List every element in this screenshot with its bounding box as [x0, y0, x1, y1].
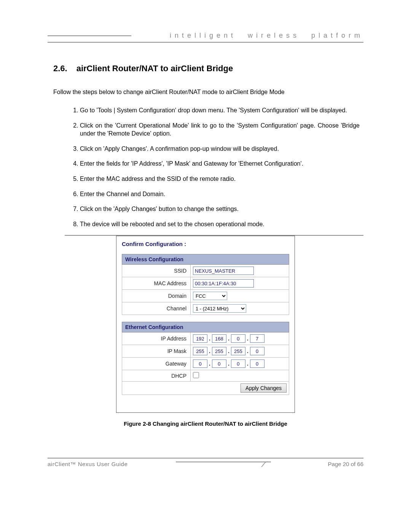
mask-octet-2[interactable] [212, 347, 226, 355]
step-item: Enter the fields for 'IP Address', 'IP M… [80, 160, 360, 168]
mac-label: MAC Address [122, 277, 191, 290]
page-header: intelligent wireless platform [48, 32, 363, 43]
steps-list: Go to 'Tools | System Configuration' dro… [80, 106, 360, 228]
header-rule [48, 35, 131, 36]
gw-octet-2[interactable] [212, 359, 226, 368]
ethernet-config-header: Ethernet Configuration [122, 322, 289, 332]
section-heading: 2.6.airClient Router/NAT to airClient Br… [53, 64, 363, 73]
ip-octet-1[interactable] [193, 334, 207, 343]
dhcp-label: DHCP [122, 370, 191, 382]
step-item: Enter the Channel and Domain. [80, 190, 360, 198]
step-item: The device will be rebooted and set to t… [80, 220, 360, 228]
section-title-text: airClient Router/NAT to airClient Bridge [76, 64, 233, 73]
panel-title: Confirm Configuration : [122, 241, 289, 247]
mask-octet-4[interactable] [250, 347, 264, 355]
header-tagline: intelligent wireless platform [134, 32, 363, 40]
dhcp-checkbox[interactable] [193, 372, 199, 378]
ip-label: IP Address [122, 332, 191, 345]
page-footer: airClient™ Nexus User Guide Page 20 of 6… [48, 458, 363, 467]
mask-octet-3[interactable] [231, 347, 245, 355]
ssid-input[interactable] [193, 267, 254, 275]
step-item: Click on the 'Apply Changes' button to c… [80, 205, 360, 213]
footer-guide-name: airClient™ Nexus User Guide [48, 461, 127, 467]
step-item: Go to 'Tools | System Configuration' dro… [80, 106, 360, 115]
step-item: Click on the 'Current Operational Mode' … [80, 121, 360, 138]
ip-octet-3[interactable] [231, 334, 245, 343]
figure-caption: Figure 2-8 Changing airClient Router/NAT… [48, 420, 363, 427]
mask-value: ... [191, 345, 289, 358]
ip-value: ... [191, 332, 289, 345]
wireless-config-header: Wireless Configuration [122, 254, 289, 265]
channel-select[interactable]: 1 - (2412 MHz) [193, 304, 246, 313]
domain-select[interactable]: FCC [193, 292, 227, 300]
step-item: Enter the MAC address and the SSID of th… [80, 175, 360, 183]
ip-octet-4[interactable] [250, 334, 264, 343]
domain-label: Domain [122, 290, 191, 302]
section-intro: Follow the steps below to change airClie… [53, 89, 363, 96]
mac-input[interactable] [193, 279, 254, 288]
footer-page-number: Page 20 of 66 [328, 461, 363, 467]
step-item: Click on 'Apply Changes'. A confirmation… [80, 145, 360, 153]
footer-rule [127, 464, 328, 464]
config-panel: Confirm Configuration : Wireless Configu… [116, 236, 295, 413]
mask-octet-1[interactable] [193, 347, 207, 355]
ssid-label: SSID [122, 265, 191, 277]
gateway-label: Gateway [122, 358, 191, 370]
section-number: 2.6. [53, 64, 67, 73]
gw-octet-3[interactable] [231, 359, 245, 368]
gw-octet-1[interactable] [193, 359, 207, 368]
gateway-value: ... [191, 358, 289, 370]
apply-changes-button[interactable]: Apply Changes [241, 383, 287, 393]
ethernet-config-table: Ethernet Configuration IP Address ... IP… [122, 322, 289, 395]
wireless-config-table: Wireless Configuration SSID MAC Address … [122, 254, 289, 315]
ip-octet-2[interactable] [212, 334, 226, 343]
gw-octet-4[interactable] [250, 359, 264, 368]
channel-label: Channel [122, 302, 191, 315]
mask-label: IP Mask [122, 345, 191, 358]
